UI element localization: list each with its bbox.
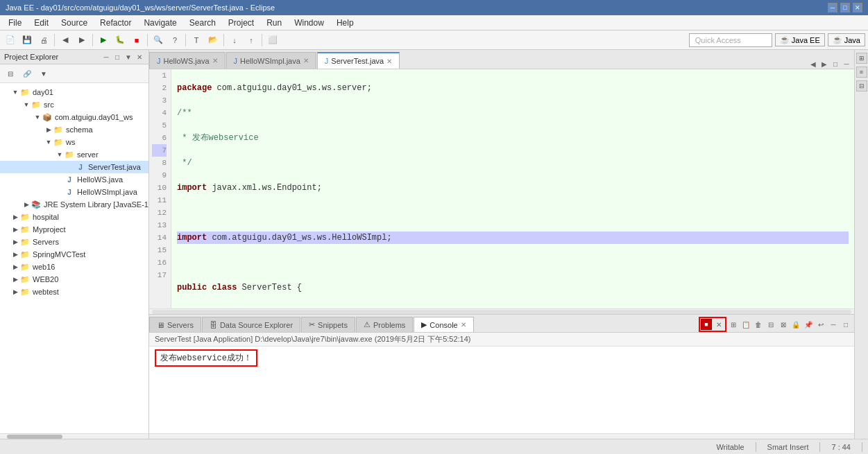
sidebar-menu-button[interactable]: ▼ (124, 52, 133, 62)
right-panel-btn-1[interactable]: ⊞ (856, 53, 867, 64)
menu-navigate[interactable]: Navigate (138, 17, 182, 29)
java-tab-icon: J (234, 57, 238, 65)
tab-servertest[interactable]: J ServerTest.java ✕ (317, 52, 400, 69)
sidebar-minimize-button[interactable]: ─ (101, 52, 111, 62)
java-perspective-button[interactable]: ☕ Java (828, 33, 865, 46)
java-ee-perspective-button[interactable]: ☕ Java EE (775, 33, 825, 46)
prev-annotation-button[interactable]: ↑ (244, 33, 259, 48)
console-ctrl-1[interactable]: ⊞ (728, 319, 739, 330)
stop-console-button[interactable]: ■ (701, 319, 712, 330)
tree-item-myproject[interactable]: ▶ 📁 Myproject (0, 223, 148, 236)
search-toolbar-button[interactable]: 🔍 (151, 33, 166, 48)
tree-item-hospital[interactable]: ▶ 📁 hospital (0, 211, 148, 223)
tree-item-webtest[interactable]: ▶ 📁 webtest (0, 286, 148, 298)
new-button[interactable]: 📄 (3, 33, 18, 48)
code-content[interactable]: package com.atguigu.day01_ws.ws.server; … (171, 69, 854, 308)
bottom-tab-console[interactable]: ▶ Console ✕ (414, 317, 473, 332)
tree-item-web20[interactable]: ▶ 📁 WEB20 (0, 273, 148, 286)
console-tab-close[interactable]: ✕ (461, 321, 466, 329)
tree-item-servertest[interactable]: ▶ J ServerTest.java (0, 161, 148, 173)
tab-hellows[interactable]: J HelloWS.java ✕ (149, 52, 225, 69)
print-button[interactable]: 🖨 (36, 33, 51, 48)
minimize-button[interactable]: ─ (828, 3, 837, 12)
save-button[interactable]: 💾 (19, 33, 35, 48)
collapse-all-button[interactable]: ⊟ (3, 66, 18, 81)
link-with-editor-button[interactable]: 🔗 (19, 66, 35, 81)
console-word-wrap[interactable]: ↩ (815, 319, 826, 330)
bottom-panel-maximize[interactable]: □ (840, 319, 851, 330)
menu-search[interactable]: Search (184, 17, 221, 29)
tree-item-ws[interactable]: ▼ 📁 ws (0, 136, 148, 148)
bottom-panel-minimize[interactable]: ─ (828, 319, 839, 330)
tab-minimize[interactable]: ─ (842, 59, 851, 69)
expand-arrow: ▶ (22, 201, 31, 208)
forward-button[interactable]: ▶ (74, 33, 90, 48)
menu-project[interactable]: Project (223, 17, 259, 29)
back-button[interactable]: ◀ (58, 33, 73, 48)
open-type-button[interactable]: T (189, 33, 204, 48)
tree-item-hellowsimpl[interactable]: ▶ J HelloWSImpl.java (0, 186, 148, 198)
tab-maximize[interactable]: □ (831, 59, 840, 69)
toolbar-separator-3 (147, 34, 148, 46)
bottom-tab-snippets[interactable]: ✂ Snippets (301, 317, 355, 332)
close-button[interactable]: ✕ (853, 3, 862, 12)
stop-button-highlighted: ■ ✕ (699, 317, 726, 332)
tree-item-src[interactable]: ▼ 📁 src (0, 98, 148, 111)
tree-item-servers[interactable]: ▶ 📁 Servers (0, 236, 148, 248)
next-annotation-button[interactable]: ↓ (227, 33, 242, 48)
tree-item-jre[interactable]: ▶ 📚 JRE System Library [JavaSE-1. (0, 198, 148, 211)
sidebar-scroll-thumb[interactable] (7, 435, 62, 439)
tab-scroll-left[interactable]: ◀ (808, 59, 818, 69)
tree-item-springmvc[interactable]: ▶ 📁 SpringMVCTest (0, 248, 148, 261)
quick-access-input[interactable]: Quick Access (689, 33, 772, 47)
bottom-tab-problems[interactable]: ⚠ Problems (356, 317, 413, 332)
tree-item-day01[interactable]: ▼ 📁 day01 (0, 86, 148, 98)
expand-arrow: ▶ (11, 238, 19, 245)
tab-servertest-close[interactable]: ✕ (386, 58, 392, 65)
tree-item-package[interactable]: ▼ 📦 com.atguigu.day01_ws (0, 111, 148, 123)
maximize-button[interactable]: □ (840, 3, 850, 12)
tab-hellowsimpl[interactable]: J HelloWSImpl.java ✕ (226, 52, 316, 69)
tree-item-server[interactable]: ▼ 📁 server (0, 148, 148, 161)
right-panel-btn-3[interactable]: ⊟ (856, 80, 867, 91)
project-tree[interactable]: ▼ 📁 day01 ▼ 📁 src ▼ 📦 com.atguigu.day01_… (0, 83, 148, 433)
menu-refactor[interactable]: Refactor (94, 17, 137, 29)
menu-help[interactable]: Help (331, 17, 359, 29)
bottom-tab-servers[interactable]: 🖥 Servers (149, 317, 201, 332)
right-panel-btn-2[interactable]: ≡ (856, 67, 867, 78)
menu-run[interactable]: Run (261, 17, 287, 29)
sidebar-menu-extra-button[interactable]: ▼ (36, 66, 51, 81)
tree-item-hellows[interactable]: ▶ J HelloWS.java (0, 173, 148, 186)
console-horizontal-scrollbar[interactable] (149, 433, 854, 439)
menu-window[interactable]: Window (289, 17, 330, 29)
open-resource-button[interactable]: 📂 (205, 33, 221, 48)
console-ctrl-4[interactable]: ⊟ (765, 319, 776, 330)
code-editor[interactable]: 12345 678910 1112131415 1617 package com… (149, 69, 854, 308)
bottom-tab-datasource[interactable]: 🗄 Data Source Explorer (202, 317, 300, 332)
console-ctrl-3[interactable]: 🗑 (753, 319, 764, 330)
sidebar-maximize-button[interactable]: □ (112, 52, 122, 62)
tab-scroll-right[interactable]: ▶ (819, 59, 829, 69)
menu-edit[interactable]: Edit (28, 17, 54, 29)
code-line-1: package com.atguigu.day01_ws.ws.server; (177, 82, 849, 94)
console-pin[interactable]: 📌 (803, 319, 814, 330)
editor-horizontal-scrollbar[interactable] (149, 308, 854, 314)
tree-item-schema[interactable]: ▶ 📁 schema (0, 123, 148, 136)
tab-hellowsimpl-close[interactable]: ✕ (303, 57, 309, 64)
tab-hellows-close[interactable]: ✕ (212, 57, 218, 64)
console-ctrl-2[interactable]: 📋 (740, 319, 751, 330)
tree-item-web16[interactable]: ▶ 📁 web16 (0, 261, 148, 273)
sidebar-horizontal-scrollbar[interactable] (0, 433, 148, 439)
console-scroll-lock[interactable]: 🔒 (790, 319, 801, 330)
run-button[interactable]: ▶ (96, 33, 111, 48)
debug-button[interactable]: 🐛 (112, 33, 128, 48)
maximize-editor-button[interactable]: ⬜ (265, 33, 280, 48)
sidebar-close-button[interactable]: ✕ (135, 52, 144, 62)
console-content[interactable]: 发布webservice成功！ (149, 347, 854, 433)
menu-source[interactable]: Source (56, 17, 93, 29)
stop-toolbar-button[interactable]: ■ (129, 33, 144, 48)
terminate-button[interactable]: ✕ (713, 319, 724, 330)
console-ctrl-5[interactable]: ⊠ (778, 319, 789, 330)
help-toolbar-button[interactable]: ? (167, 33, 182, 48)
menu-file[interactable]: File (3, 17, 27, 29)
